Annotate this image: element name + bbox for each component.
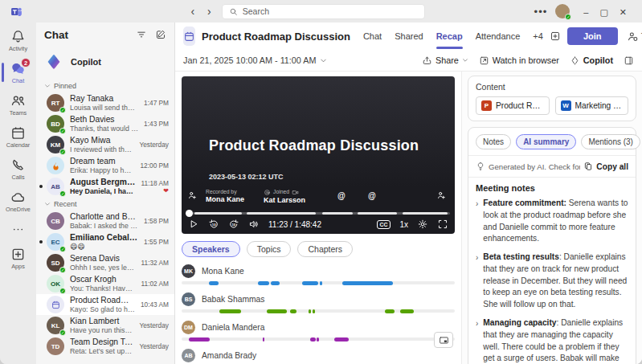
section-label: Pinned xyxy=(54,82,76,90)
chat-item[interactable]: TD Team Design Template Reta: Let's set … xyxy=(36,336,174,357)
speaker-timeline[interactable] xyxy=(182,281,455,284)
tab--4[interactable]: +4 xyxy=(533,22,543,50)
rail-item-calendar[interactable]: Calendar xyxy=(0,121,36,153)
content-label: Content xyxy=(476,82,628,92)
rail-item-apps[interactable]: Apps xyxy=(0,242,36,274)
chat-item[interactable]: KM✓ Kayo Miwa I reviewed with the client… xyxy=(36,134,174,155)
chat-item[interactable]: Product Roadmap Discussi... Kayo: So gla… xyxy=(36,294,174,315)
pill-mentions-3-[interactable]: Mentions (3) xyxy=(581,134,640,149)
content-card: Content P Product Roadmap... W Marketing… xyxy=(468,76,636,121)
chat-item[interactable]: CB Charlotte and Babak Babak: I asked th… xyxy=(36,211,174,231)
teams-logo-icon[interactable] xyxy=(10,5,23,18)
watch-in-browser-button[interactable]: Watch in browser xyxy=(479,55,559,66)
minimize-button[interactable]: – xyxy=(578,7,594,17)
recap-side-panel: Content P Product Roadmap... W Marketing… xyxy=(461,72,642,364)
video-player[interactable]: Product Roadmap Discussion 2023-05-13 02… xyxy=(182,76,455,234)
pill-topics[interactable]: Topics xyxy=(247,241,292,257)
rail-item-activity[interactable]: Activity xyxy=(0,24,36,56)
chevron-right-icon[interactable]: › xyxy=(476,317,478,364)
chat-item[interactable]: EC✓ Emiliano Ceballos 😄😄 1:55 PM xyxy=(36,231,174,252)
chat-time: 1:43 PM xyxy=(144,120,169,128)
speaker-timeline[interactable] xyxy=(182,309,455,313)
volume-icon[interactable] xyxy=(248,219,260,230)
chat-item[interactable]: SD✓ Serena Davis Ohhh I see, yes let me … xyxy=(36,252,174,273)
chevron-down-icon xyxy=(44,201,51,207)
forward-button[interactable]: › xyxy=(205,6,214,17)
rail-item-teams[interactable]: Teams xyxy=(0,88,36,121)
joined-marker[interactable]: Joined Kat Larsson xyxy=(264,189,305,205)
tab-shared[interactable]: Shared xyxy=(395,22,423,50)
mention-icon[interactable]: @ xyxy=(368,191,376,200)
progress-bar[interactable] xyxy=(186,212,450,215)
rewind-10-icon[interactable]: 10 xyxy=(208,219,219,230)
person-add-icon[interactable] xyxy=(187,190,198,201)
avatar: AB✓ xyxy=(47,178,64,195)
copy-all-button[interactable]: Copy all xyxy=(583,162,628,171)
pill-ai-summary[interactable]: AI summary xyxy=(516,134,576,149)
recorded-by-marker[interactable]: Recorded by Mona Kane xyxy=(206,189,244,205)
pill-speakers[interactable]: Speakers xyxy=(182,241,240,257)
chat-item[interactable]: RT✓ Ray Tanaka Louisa will send the init… xyxy=(36,92,174,113)
rail-item-more[interactable] xyxy=(0,217,36,242)
meeting-notes-list: › Feature commitment: Serena wants to lo… xyxy=(476,198,628,364)
user-avatar[interactable]: ✓ xyxy=(555,4,570,18)
tab-attendance[interactable]: Attendance xyxy=(476,22,521,50)
search-input[interactable] xyxy=(243,6,418,16)
speaker-header[interactable]: BS Babak Shammas xyxy=(182,292,455,306)
pip-button[interactable] xyxy=(434,332,453,348)
pill-notes[interactable]: Notes xyxy=(476,134,511,149)
titlebar-more-icon[interactable]: ••• xyxy=(534,6,548,18)
chat-time: 12:00 PM xyxy=(140,162,169,170)
mention-icon[interactable]: @ xyxy=(337,191,346,200)
participants-button[interactable]: 7 xyxy=(627,31,642,43)
chevron-right-icon[interactable]: › xyxy=(476,252,478,311)
filter-icon[interactable] xyxy=(136,29,147,40)
chat-item[interactable]: OK✓ Oscar Krogh You: Thanks! Have a nice… xyxy=(36,273,174,294)
add-tab-icon[interactable] xyxy=(550,31,561,42)
new-chat-icon[interactable] xyxy=(155,29,166,40)
file-chip-ppt[interactable]: P Product Roadmap... xyxy=(476,96,550,115)
playhead[interactable] xyxy=(186,210,193,217)
close-button[interactable]: ✕ xyxy=(614,7,632,17)
forward-10-icon[interactable]: 10 xyxy=(228,219,239,230)
rail-item-onedrive[interactable]: OneDrive xyxy=(0,185,36,217)
rail-item-chat[interactable]: 2 Chat xyxy=(0,56,36,88)
meeting-date-dropdown[interactable]: Jan 21, 2025 10:00 AM - 11:00 AM xyxy=(183,55,327,65)
rail-item-calls[interactable]: Calls xyxy=(0,153,36,185)
file-chip-word[interactable]: W Marketing budget... xyxy=(555,96,629,115)
pill-chapters[interactable]: Chapters xyxy=(297,241,353,257)
speaker-header[interactable]: DM Daniela Mandera xyxy=(182,320,455,334)
play-icon[interactable] xyxy=(188,219,199,230)
section-header-recent[interactable]: Recent xyxy=(36,197,174,211)
section-header-pinned[interactable]: Pinned xyxy=(36,79,174,92)
chat-item[interactable]: Dream team Erika: Happy to have you back… xyxy=(36,155,174,176)
captions-button[interactable]: CC xyxy=(377,220,391,229)
chat-item[interactable]: AB✓ August Bergman Hey Daniela, I haven'… xyxy=(36,176,174,197)
tab-chat[interactable]: Chat xyxy=(363,22,382,50)
chat-preview: Have you run this by Beth? Mak... xyxy=(70,326,133,335)
chat-section-recent: Recent CB Charlotte and Babak Babak: I a… xyxy=(36,197,174,357)
person-add-icon[interactable] xyxy=(436,190,447,201)
maximize-button[interactable]: ▢ xyxy=(594,7,613,17)
copilot-panel-button[interactable]: Copilot xyxy=(570,55,613,66)
video-recorded-date: 2023-05-13 02:12 UTC xyxy=(209,173,284,181)
chat-item[interactable]: BD✓ Beth Davies Thanks, that would be ni… xyxy=(36,113,174,134)
tab-recap[interactable]: Recap xyxy=(436,22,463,50)
svg-text:10: 10 xyxy=(212,223,216,227)
share-button[interactable]: Share xyxy=(422,55,468,66)
fullscreen-icon[interactable] xyxy=(437,219,448,230)
side-panel-icon[interactable] xyxy=(624,55,634,66)
settings-gear-icon[interactable] xyxy=(417,219,428,230)
join-button[interactable]: Join xyxy=(567,27,618,45)
speaker-timeline[interactable] xyxy=(182,337,455,341)
speaker-header[interactable]: AB Amanda Brady xyxy=(182,348,455,362)
chevron-right-icon[interactable]: › xyxy=(476,198,478,245)
back-button[interactable]: ‹ xyxy=(188,6,197,17)
search-bar[interactable] xyxy=(222,4,425,19)
playback-speed-button[interactable]: 1x xyxy=(399,220,408,229)
joined-name: Kat Larsson xyxy=(264,196,305,205)
ai-notice: Generated by AI. Check for accuracy. xyxy=(489,162,580,171)
copilot-chat-item[interactable]: Copilot xyxy=(36,47,174,79)
chat-item[interactable]: KL✓ Kian Lambert Have you run this by Be… xyxy=(36,315,174,336)
speaker-header[interactable]: MK Mona Kane xyxy=(182,264,455,278)
